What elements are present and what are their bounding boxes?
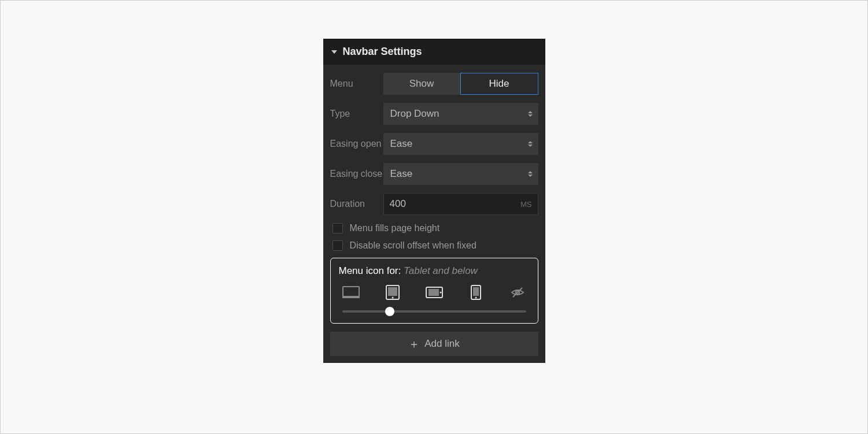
tablet-landscape-icon[interactable] <box>426 285 443 300</box>
svg-point-10 <box>475 297 477 299</box>
svg-rect-6 <box>429 289 439 296</box>
add-link-button[interactable]: ＋ Add link <box>330 332 538 356</box>
navbar-settings-panel: Navbar Settings Menu Show Hide Type Drop… <box>323 39 545 363</box>
easing-close-row: Easing close Ease <box>330 163 538 185</box>
duration-label: Duration <box>330 198 383 209</box>
type-value: Drop Down <box>390 108 439 120</box>
type-row: Type Drop Down <box>330 103 538 125</box>
svg-point-4 <box>391 297 393 299</box>
breakpoint-prefix: Menu icon for: <box>339 265 404 276</box>
menu-label: Menu <box>330 78 383 89</box>
panel-title: Navbar Settings <box>343 46 422 58</box>
disable-scroll-label: Disable scroll offset when fixed <box>350 240 477 251</box>
tablet-icon[interactable] <box>384 285 401 300</box>
easing-open-value: Ease <box>390 138 413 150</box>
svg-rect-3 <box>388 287 397 296</box>
menu-segment: Show Hide <box>383 73 538 95</box>
add-link-label: Add link <box>424 338 459 350</box>
breakpoint-value: Tablet and below <box>404 265 478 276</box>
breakpoint-box: Menu icon for: Tablet and below <box>330 258 538 324</box>
menu-row: Menu Show Hide <box>330 73 538 95</box>
duration-input[interactable]: 400 MS <box>383 193 538 215</box>
disable-scroll-row: Disable scroll offset when fixed <box>330 240 538 251</box>
easing-open-row: Easing open Ease <box>330 133 538 155</box>
easing-open-label: Easing open <box>330 138 383 149</box>
easing-close-select[interactable]: Ease <box>383 163 538 185</box>
svg-rect-1 <box>342 296 360 298</box>
easing-close-value: Ease <box>390 168 413 180</box>
select-chevron-icon <box>528 111 533 117</box>
easing-close-label: Easing close <box>330 168 383 179</box>
plus-icon: ＋ <box>408 338 420 350</box>
svg-rect-0 <box>343 287 359 296</box>
fills-height-label: Menu fills page height <box>350 223 440 233</box>
panel-body: Menu Show Hide Type Drop Down Easing ope… <box>323 65 545 363</box>
duration-row: Duration 400 MS <box>330 193 538 215</box>
slider-thumb[interactable] <box>385 307 394 316</box>
breakpoint-title: Menu icon for: Tablet and below <box>339 265 530 277</box>
svg-rect-9 <box>473 287 479 296</box>
svg-line-12 <box>513 288 522 297</box>
duration-unit: MS <box>520 200 532 209</box>
fills-height-row: Menu fills page height <box>330 223 538 233</box>
breakpoint-icons <box>339 285 530 300</box>
select-chevron-icon <box>528 171 533 177</box>
svg-point-7 <box>439 292 441 294</box>
type-label: Type <box>330 108 383 119</box>
panel-header[interactable]: Navbar Settings <box>323 39 545 65</box>
desktop-icon[interactable] <box>342 285 360 300</box>
type-select[interactable]: Drop Down <box>383 103 538 125</box>
disable-scroll-checkbox[interactable] <box>333 240 343 251</box>
duration-value: 400 <box>390 198 406 210</box>
breakpoint-slider[interactable] <box>342 310 526 313</box>
menu-hide-button[interactable]: Hide <box>460 73 538 95</box>
easing-open-select[interactable]: Ease <box>383 133 538 155</box>
collapse-icon <box>331 50 337 54</box>
fills-height-checkbox[interactable] <box>333 223 343 233</box>
select-chevron-icon <box>528 141 533 147</box>
menu-show-button[interactable]: Show <box>383 73 460 95</box>
hidden-icon[interactable] <box>509 285 526 300</box>
phone-icon[interactable] <box>467 285 485 300</box>
